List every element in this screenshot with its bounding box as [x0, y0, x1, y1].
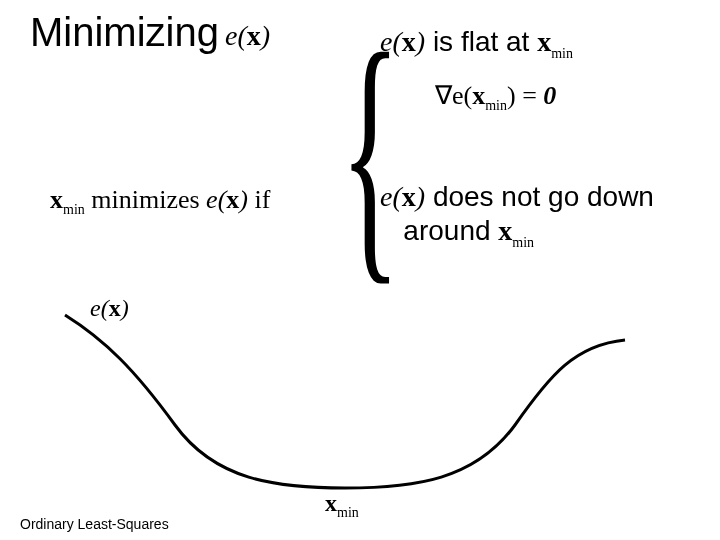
- cond-tail: if: [248, 185, 270, 214]
- curly-brace-icon: {: [340, 12, 400, 292]
- cond-e-expr: e(x): [206, 185, 248, 214]
- grad-left: ∇e(: [435, 81, 472, 110]
- cond-xmin-var: x: [50, 185, 63, 214]
- cond-mid: minimizes: [85, 185, 206, 214]
- zero-vector: 0: [543, 81, 556, 110]
- grad-x: x: [472, 81, 485, 110]
- function-curve: [45, 310, 645, 500]
- xmin-flat: xmin: [537, 26, 573, 57]
- x-var: x: [247, 20, 261, 51]
- close-paren: ): [261, 20, 270, 51]
- xmin-down: xmin: [498, 215, 534, 246]
- slide-title: Minimizing: [30, 10, 219, 55]
- e-func: e(: [225, 20, 247, 51]
- minimize-condition: xmin minimizes e(x) if: [50, 185, 270, 218]
- footer-text: Ordinary Least-Squares: [20, 516, 169, 532]
- grad-right: ) =: [507, 81, 543, 110]
- grad-xmin-sub: min: [485, 98, 507, 113]
- gradient-zero-expression: ∇e(xmin) = 0: [435, 80, 556, 114]
- down-condition: e(x) does not go down around xmin: [380, 180, 654, 251]
- down-text-line2: around: [403, 215, 490, 246]
- flat-text: is flat at: [433, 26, 529, 57]
- cond-xmin-sub: min: [63, 202, 85, 217]
- down-text-line1: does not go down: [433, 181, 654, 212]
- plot-xmin-label: xmin: [325, 490, 359, 521]
- flat-condition: e(x) is flat at xmin: [380, 26, 573, 62]
- title-expression: e(x): [225, 20, 270, 52]
- slide: Minimizing e(x) e(x) is flat at xmin ∇e(…: [0, 0, 720, 540]
